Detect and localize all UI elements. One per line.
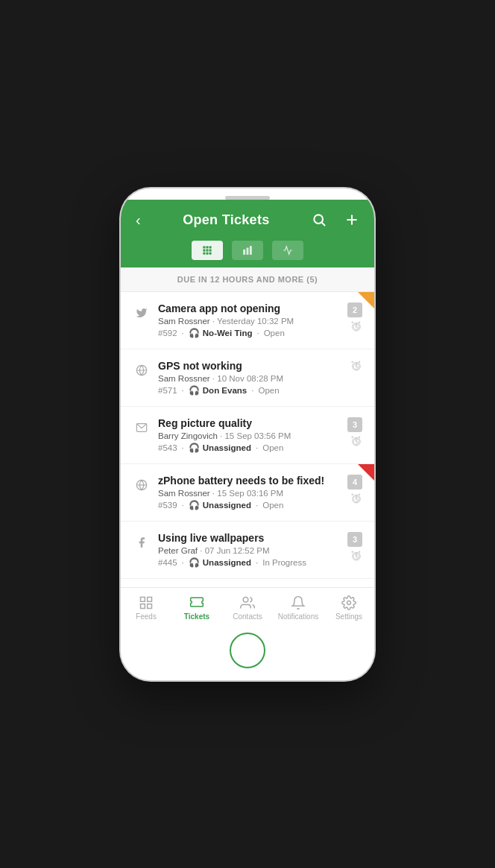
- nav-feeds-label: Feeds: [136, 612, 157, 621]
- nav-notifications[interactable]: Notifications: [273, 594, 324, 622]
- nav-settings[interactable]: Settings: [324, 594, 374, 622]
- page-title: Open Tickets: [183, 212, 269, 228]
- settings-icon: [341, 595, 356, 610]
- ticket-right: [350, 360, 362, 372]
- ticket-title: Camera app not opening: [158, 302, 341, 314]
- tickets-icon: [189, 595, 204, 610]
- svg-rect-4: [204, 246, 205, 247]
- ticket-meta: Barry Zingovich · 15 Sep 03:56 PM: [158, 431, 341, 440]
- back-button[interactable]: ‹: [133, 209, 144, 232]
- nav-tickets[interactable]: Tickets: [171, 594, 222, 622]
- nav-tickets-label: Tickets: [184, 612, 209, 621]
- svg-rect-5: [206, 246, 208, 247]
- nav-feeds[interactable]: Feeds: [121, 594, 171, 622]
- svg-line-1: [322, 223, 325, 226]
- svg-rect-10: [204, 252, 205, 253]
- filter-bar: [121, 241, 374, 267]
- facebook-icon: [133, 533, 151, 551]
- ticket-list: Camera app not opening Sam Rossner · Yes…: [121, 292, 374, 587]
- svg-rect-21: [141, 597, 145, 601]
- svg-rect-15: [250, 246, 252, 255]
- nav-settings-label: Settings: [335, 612, 362, 621]
- svg-point-25: [243, 597, 248, 602]
- home-button-area: [121, 625, 374, 680]
- svg-rect-7: [204, 249, 205, 250]
- search-icon[interactable]: [309, 209, 330, 230]
- timer-icon: [350, 550, 362, 562]
- ticket-id-row: #445 · 🎧 Unassigned · In Progress: [158, 557, 341, 568]
- ticket-content: Reg picture quality Barry Zingovich · 15…: [158, 417, 341, 453]
- filter-chart[interactable]: [232, 241, 263, 260]
- ticket-badge: 3: [347, 532, 362, 547]
- ticket-content: zPhone battery needs to be fixed! Sam Ro…: [158, 475, 341, 510]
- timer-icon: [350, 360, 362, 372]
- ticket-id-row: #543 · 🎧 Unassigned · Open: [158, 443, 341, 453]
- ticket-content: GPS not working Sam Rossner · 10 Nov 08:…: [158, 360, 344, 396]
- ticket-right: 3: [347, 417, 362, 447]
- filter-other[interactable]: [272, 241, 303, 260]
- ticket-title: Using live wallpapers: [158, 532, 341, 544]
- ticket-item[interactable]: Reg picture quality Barry Zingovich · 15…: [121, 407, 374, 464]
- add-button[interactable]: [341, 209, 362, 230]
- ticket-title: GPS not working: [158, 360, 344, 372]
- svg-rect-24: [148, 604, 152, 608]
- svg-point-26: [347, 601, 351, 604]
- ticket-title: zPhone battery needs to be fixed!: [158, 475, 341, 487]
- ticket-right: 3: [347, 532, 362, 562]
- svg-rect-14: [247, 247, 249, 254]
- ticket-title: Reg picture quality: [158, 417, 341, 429]
- globe-icon: [133, 361, 151, 379]
- ticket-meta: Peter Graf · 07 Jun 12:52 PM: [158, 546, 341, 555]
- timer-icon: [350, 435, 362, 447]
- twitter-icon: [133, 304, 151, 322]
- svg-rect-9: [209, 249, 211, 250]
- svg-rect-13: [243, 249, 245, 254]
- svg-rect-8: [206, 249, 208, 250]
- timer-icon: [350, 492, 362, 504]
- ticket-item[interactable]: Using live wallpapers Peter Graf · 07 Ju…: [121, 522, 374, 579]
- bell-icon: [291, 595, 306, 610]
- nav-notifications-label: Notifications: [278, 612, 318, 621]
- svg-rect-12: [209, 252, 211, 253]
- priority-flag-red: [358, 464, 374, 481]
- ticket-item[interactable]: zPhone battery needs to be fixed! Sam Ro…: [121, 464, 374, 522]
- header-actions: [309, 209, 362, 230]
- globe-icon: [133, 476, 151, 494]
- ticket-content: Camera app not opening Sam Rossner · Yes…: [158, 302, 341, 338]
- filter-list[interactable]: [192, 241, 223, 260]
- ticket-id-row: #571 · 🎧 Don Evans · Open: [158, 385, 344, 396]
- ticket-id-row: #592 · 🎧 No-Wei Ting · Open: [158, 328, 341, 338]
- section-header: DUE IN 12 HOURS AND MORE (5): [121, 267, 374, 292]
- ticket-meta: Sam Rossner · 10 Nov 08:28 PM: [158, 374, 344, 383]
- priority-flag-orange: [358, 292, 374, 308]
- ticket-id-row: #539 · 🎧 Unassigned · Open: [158, 500, 341, 510]
- ticket-content: Using live wallpapers Peter Graf · 07 Ju…: [158, 532, 341, 568]
- app-container: ‹ Open Tickets: [121, 200, 374, 680]
- ticket-meta: Sam Rossner · Yesterday 10:32 PM: [158, 317, 341, 326]
- svg-rect-23: [141, 604, 145, 608]
- contacts-icon: [240, 595, 255, 610]
- nav-contacts[interactable]: Contacts: [222, 594, 273, 622]
- svg-rect-22: [148, 597, 152, 601]
- app-header: ‹ Open Tickets: [121, 200, 374, 241]
- svg-rect-11: [206, 252, 208, 253]
- ticket-item[interactable]: Camera app not opening Sam Rossner · Yes…: [121, 292, 374, 349]
- phone-frame: ‹ Open Tickets: [121, 189, 374, 680]
- nav-contacts-label: Contacts: [233, 612, 262, 621]
- home-button[interactable]: [230, 633, 265, 668]
- timer-icon: [350, 320, 362, 332]
- ticket-item[interactable]: GPS not working Sam Rossner · 10 Nov 08:…: [121, 349, 374, 407]
- ticket-meta: Sam Rossner · 15 Sep 03:16 PM: [158, 489, 341, 498]
- svg-rect-6: [209, 246, 211, 247]
- ticket-badge: 3: [347, 417, 362, 432]
- feeds-icon: [139, 595, 154, 610]
- email-icon: [133, 419, 151, 437]
- bottom-nav: Feeds Tickets: [121, 587, 374, 625]
